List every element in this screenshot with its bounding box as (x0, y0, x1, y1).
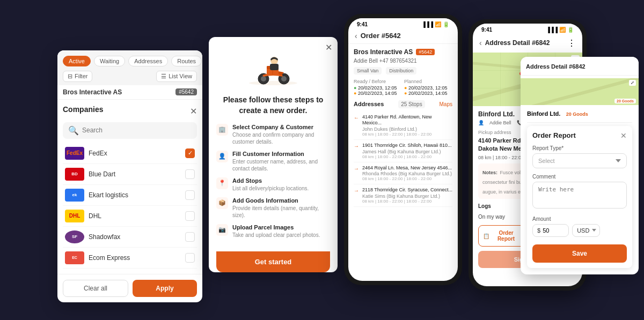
order-company-name: Bros Interactive AS (354, 48, 413, 56)
get-started-button[interactable]: Get started (216, 251, 330, 272)
company-fedex-label: FedEx (89, 150, 181, 157)
order-body: Bros Interactive AS #5642 Addie Bell +47… (348, 44, 458, 211)
addresses-label: Addresses (354, 101, 384, 107)
stop4-person: Katie Sims (Big Kahuna Burger Ltd.) (362, 194, 452, 199)
maps-link[interactable]: Maps (440, 101, 452, 107)
stop1-arrow-icon: ← (354, 115, 359, 137)
tab-addresses[interactable]: Addresses (128, 56, 168, 66)
currency-select[interactable]: USD (572, 224, 600, 237)
create-order-title: Please follow these steps to create a ne… (216, 95, 330, 116)
comment-textarea[interactable] (532, 182, 627, 209)
address-person-icon: 👤 (478, 120, 484, 125)
order-phone-mockup: 9:41 ▐▐▐ 📶 🔋 ‹ Order #5642 Bros Interact… (344, 14, 462, 285)
order-phone-screen: 9:41 ▐▐▐ 📶 🔋 ‹ Order #5642 Bros Interact… (348, 18, 458, 281)
svg-point-0 (249, 81, 297, 85)
bluedart-logo: BD (65, 168, 84, 181)
step2-desc: Enter customer name, address, and contac… (232, 158, 330, 172)
back-arrow-icon[interactable]: ‹ (355, 32, 357, 40)
type-tag: Distribution (386, 67, 416, 75)
battery-icon-2: 🔋 (567, 27, 574, 33)
clear-all-button[interactable]: Clear all (63, 280, 128, 297)
companies-close-button[interactable]: ✕ (190, 106, 197, 116)
status-icons-2: ▐▐▐ 📶 🔋 (546, 27, 574, 33)
planned-label: Planned ● 20/02/2023, 12:05 ● 20/02/2023… (404, 79, 452, 96)
bluedart-checkbox[interactable] (185, 169, 195, 179)
overlay-expand: ⤢ (629, 80, 636, 86)
stop4-times: 08 km | 18:00 - 22:00 | 18:00 - 22:00 (362, 199, 452, 204)
address-detail-header: ‹ Address Detail #6842 ⋮ (473, 34, 582, 53)
dhl-logo: DHL (65, 210, 84, 222)
more-options-icon[interactable]: ⋮ (567, 38, 576, 48)
step-2: 👤 Fill Customer Information Enter custom… (216, 151, 330, 172)
report-type-select[interactable]: Select (532, 153, 627, 168)
search-input[interactable] (82, 126, 192, 134)
stop4-address: 2118 Thornridge Cir. Syracuse, Connect..… (362, 187, 452, 194)
grid-v1 (500, 53, 501, 106)
svg-point-4 (281, 76, 287, 81)
company-name: Bros Interactive AS (63, 88, 122, 96)
step2-title: Fill Customer Information (232, 151, 330, 157)
step4-desc: Provide item details (name, quantity, si… (232, 205, 330, 219)
logs-label: Logs (478, 203, 491, 209)
illustration (216, 46, 330, 88)
order-report-header: Order Report ✕ (532, 131, 627, 140)
order-report-modal: Order Report ✕ Report Type* Select Comme… (527, 126, 632, 268)
status-icons: ▐▐▐ 📶 🔋 (422, 21, 449, 27)
tab-active[interactable]: Active (63, 56, 91, 66)
shadowfax-checkbox[interactable] (185, 232, 195, 242)
companies-filter-panel: Active Waiting Addresses Routes ⊟ Filter… (57, 50, 202, 302)
dhl-checkbox[interactable] (185, 211, 195, 221)
panel1-top: Active Waiting Addresses Routes ⊟ Filter… (57, 50, 202, 85)
overlay-goods-label: 20 Goods (566, 111, 588, 117)
order-title: Order #5642 (361, 32, 401, 40)
step3-desc: List all delivery/pickup locations. (232, 185, 309, 192)
back-arrow-icon-2[interactable]: ‹ (479, 39, 482, 47)
list-item: FedEx FedEx ✓ (63, 143, 197, 164)
fedex-checkbox[interactable]: ✓ (185, 148, 195, 158)
panel1-footer: Clear all Apply (57, 274, 202, 302)
currency-symbol: $ (537, 227, 540, 234)
stop-4: → 2118 Thornridge Cir. Syracuse, Connect… (354, 184, 452, 207)
save-button[interactable]: Save (532, 244, 627, 263)
company-dhl-label: DHL (89, 212, 181, 220)
order-report-close-button[interactable]: ✕ (620, 131, 627, 140)
company-bluedart-label: Blue Dart (89, 170, 181, 178)
order-meta-row: Small Van Distribution (354, 67, 452, 75)
create-order-close-button[interactable]: ✕ (325, 42, 332, 53)
status-time: 9:41 (357, 21, 368, 27)
svg-rect-9 (270, 64, 279, 70)
status-time-2: 9:41 (481, 27, 492, 33)
tabs-row: Active Waiting Addresses Routes (63, 56, 197, 66)
order-company-row: Bros Interactive AS #5642 (354, 48, 452, 56)
ecom-checkbox[interactable] (185, 253, 195, 263)
order-header: ‹ Order #5642 (348, 28, 458, 44)
stop3-arrow-icon: → (354, 166, 359, 182)
amount-field: Amount $ USD (532, 216, 627, 237)
stop3-person: Rhonda Rhodes (Big Kahuna Burger Ltd.) (362, 171, 452, 176)
ekart-checkbox[interactable] (185, 190, 195, 200)
list-item: DHL DHL (63, 206, 197, 227)
signal-icon-2: ▐▐▐ (546, 27, 558, 33)
list-view-button[interactable]: ☰ List View (156, 71, 197, 82)
wifi-icon-2: 📶 (559, 27, 566, 33)
filter-button[interactable]: ⊟ Filter (63, 71, 92, 82)
order-report-button[interactable]: 📋 Order Report (478, 225, 525, 247)
amount-input-wrap: $ (532, 224, 569, 237)
logs-text: On my way (478, 214, 505, 220)
overlay-goods-badge: 20 Goods (614, 99, 636, 103)
search-box: 🔍 (63, 122, 197, 139)
tab-routes[interactable]: Routes (171, 56, 202, 66)
tab-waiting[interactable]: Waiting (94, 56, 125, 66)
report-type-label: Report Type* (532, 145, 627, 151)
apply-button[interactable]: Apply (133, 280, 197, 297)
search-icon: 🔍 (68, 125, 79, 136)
stop2-times: 08 km | 18:00 - 22:00 | 18:00 - 22:00 (362, 154, 451, 159)
companies-title: Companies (63, 105, 103, 114)
status-bar-2: 9:41 ▐▐▐ 📶 🔋 (473, 24, 582, 34)
overlay-bg-header: Address Detail #6842 (521, 57, 639, 76)
stop1-person: John Dukes (Binford Ltd.) (362, 126, 452, 132)
amount-row: $ USD (532, 224, 627, 237)
amount-label: Amount (532, 216, 627, 222)
amount-input[interactable] (543, 227, 564, 234)
step1-title: Select Company & Customer (232, 124, 330, 130)
